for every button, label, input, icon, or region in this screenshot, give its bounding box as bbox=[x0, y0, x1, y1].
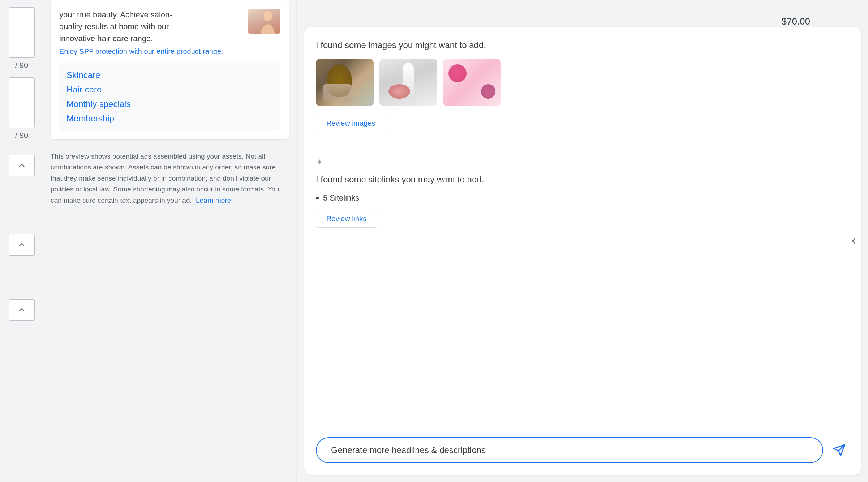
images-section: I found some images you might want to ad… bbox=[316, 39, 849, 144]
counter-label-1: / 90 bbox=[15, 61, 29, 70]
images-row bbox=[316, 59, 849, 106]
disclaimer-text: This preview shows potential ads assembl… bbox=[51, 151, 289, 206]
price-label: $70.00 bbox=[268, 16, 839, 27]
ad-preview-card: your true beauty. Achieve salon-quality … bbox=[51, 0, 289, 139]
sparkle-icon: ✦ bbox=[316, 157, 849, 167]
bullet-point bbox=[316, 197, 319, 199]
ad-text-block: your true beauty. Achieve salon-quality … bbox=[59, 9, 248, 56]
main-content-area: your true beauty. Achieve salon-quality … bbox=[43, 0, 296, 482]
sitelinks-section-title: I found some sitelinks you may want to a… bbox=[316, 173, 849, 186]
hair-care-link[interactable]: Hair care bbox=[66, 85, 273, 95]
send-button[interactable] bbox=[829, 440, 849, 460]
suggestions-card: I found some images you might want to ad… bbox=[304, 27, 861, 475]
review-links-button[interactable]: Review links bbox=[316, 210, 377, 228]
chevron-up-icon bbox=[17, 160, 27, 171]
skincare-link[interactable]: Skincare bbox=[66, 70, 273, 80]
sitelinks-count: 5 Sitelinks bbox=[316, 193, 849, 203]
counter-box-2 bbox=[9, 77, 35, 128]
sitelinks-count-label: 5 Sitelinks bbox=[323, 193, 359, 203]
section-divider bbox=[316, 147, 849, 147]
ad-nav-links: Skincare Hair care Monthly specials Memb… bbox=[59, 63, 280, 131]
image-preview-2 bbox=[379, 59, 437, 106]
generate-btn-area: Generate more headlines & descriptions bbox=[316, 429, 849, 463]
sidebar-controls: / 90 / 90 bbox=[0, 0, 43, 482]
review-images-button[interactable]: Review images bbox=[316, 115, 386, 132]
ad-preview-header: your true beauty. Achieve salon-quality … bbox=[59, 9, 280, 56]
ad-promo-link[interactable]: Enjoy SPF protection with our entire pro… bbox=[59, 47, 248, 56]
monthly-specials-link[interactable]: Monthly specials bbox=[66, 99, 273, 109]
collapse-button-1[interactable] bbox=[9, 155, 35, 176]
counter-label-2: / 90 bbox=[15, 131, 29, 140]
right-panel: $70.00 I found some images you might wan… bbox=[297, 0, 868, 482]
image-preview-1 bbox=[316, 59, 374, 106]
chevron-left-icon bbox=[849, 237, 858, 245]
chevron-up-icon-2 bbox=[17, 240, 27, 250]
chevron-up-icon-3 bbox=[17, 305, 27, 315]
learn-more-link[interactable]: Learn more bbox=[196, 197, 231, 204]
send-icon bbox=[833, 444, 846, 457]
right-panel-collapse-button[interactable] bbox=[846, 230, 861, 252]
images-section-title: I found some images you might want to ad… bbox=[316, 39, 849, 52]
counter-group-1: / 90 bbox=[9, 7, 35, 70]
collapse-button-3[interactable] bbox=[9, 299, 35, 321]
collapse-button-2[interactable] bbox=[9, 234, 35, 256]
counter-box-1 bbox=[9, 7, 35, 58]
generate-headlines-button[interactable]: Generate more headlines & descriptions bbox=[316, 437, 823, 463]
counter-group-2: / 90 bbox=[9, 77, 35, 140]
ad-description: your true beauty. Achieve salon-quality … bbox=[59, 9, 175, 44]
sitelinks-section: ✦ I found some sitelinks you may want to… bbox=[316, 157, 849, 239]
membership-link[interactable]: Membership bbox=[66, 113, 273, 124]
image-preview-3 bbox=[443, 59, 501, 106]
